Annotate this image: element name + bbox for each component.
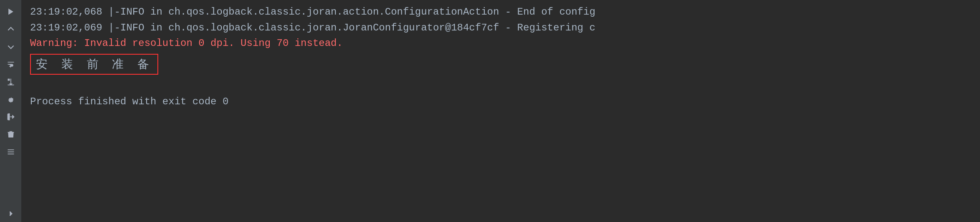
svg-marker-0 xyxy=(8,9,13,15)
logout-icon[interactable] xyxy=(3,108,19,125)
layers-icon[interactable] xyxy=(3,144,19,160)
log-line-1: 23:19:02,068 |-INFO in ch.qos.logback.cl… xyxy=(22,4,980,20)
down-icon[interactable] xyxy=(3,38,19,55)
log-line-2: 23:19:02,069 |-INFO in ch.qos.logback.cl… xyxy=(22,20,980,36)
chinese-text-line: 安 装 前 准 备 xyxy=(22,51,980,77)
warning-line: Warning: Invalid resolution 0 dpi. Using… xyxy=(22,35,980,51)
gear-icon[interactable] xyxy=(3,91,19,108)
console-output: 23:19:02,068 |-INFO in ch.qos.logback.cl… xyxy=(22,0,980,222)
play-icon[interactable] xyxy=(3,3,19,20)
download-icon[interactable] xyxy=(3,73,19,90)
wrap-icon[interactable] xyxy=(3,56,19,73)
exit-line: Process finished with exit code 0 xyxy=(22,94,980,110)
trash-icon[interactable] xyxy=(3,126,19,143)
svg-rect-2 xyxy=(8,79,10,81)
console-spacer xyxy=(22,77,980,94)
sidebar xyxy=(0,0,22,222)
chevron-right-icon[interactable] xyxy=(3,205,19,222)
chinese-boxed-text: 安 装 前 准 备 xyxy=(30,54,158,75)
up-icon[interactable] xyxy=(3,21,19,38)
